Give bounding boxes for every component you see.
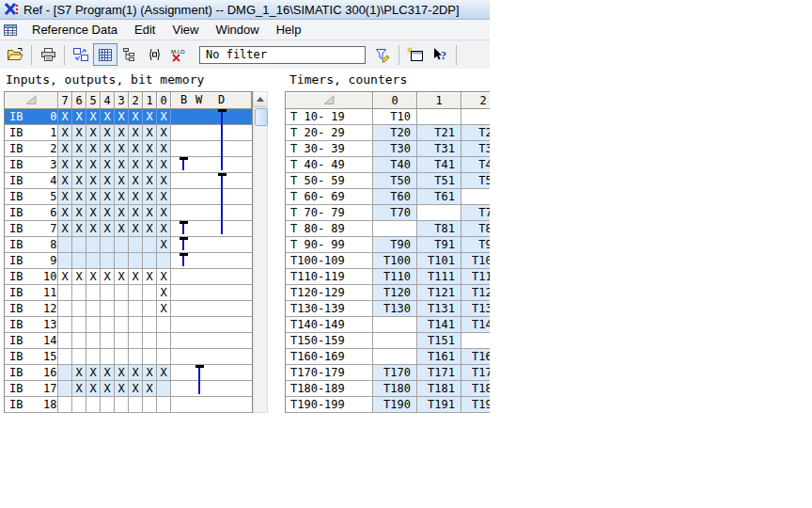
table-row[interactable]: T170-179T170T171T172 (286, 365, 490, 381)
table-row[interactable]: T160-169T161T162 (286, 349, 490, 365)
bit-column-header[interactable]: 1 (143, 92, 157, 109)
sort-column-header[interactable] (286, 92, 373, 109)
program-structure-button[interactable] (117, 43, 142, 66)
table-row[interactable]: T 70- 79T70T72 (286, 205, 490, 221)
timer-cell: T72 (461, 205, 490, 220)
bit-cell (157, 317, 171, 332)
bit-column-header[interactable]: 3 (115, 92, 129, 109)
bit-column-header[interactable]: 0 (157, 92, 171, 109)
open-button[interactable] (3, 43, 27, 66)
table-row[interactable]: IB 10XXXXXXXX (5, 269, 252, 285)
menu-edit[interactable]: Edit (126, 21, 164, 39)
table-row[interactable]: T190-199T190T191T192 (286, 397, 490, 413)
filter-combobox[interactable]: No filter (199, 46, 366, 64)
assignment-view-button[interactable] (93, 43, 117, 66)
bit-cell: X (72, 109, 86, 124)
table-row[interactable]: IB 3XXXXXXXX (5, 157, 252, 173)
table-row[interactable]: T 50- 59T50T51T52 (286, 173, 490, 189)
bit-cell: X (129, 269, 143, 284)
title-bar[interactable]: Ref - [S7 Program(1) (Assignment) -- DMG… (0, 0, 490, 20)
toolbar-separator (64, 45, 65, 65)
mio-filter-button[interactable]: M.I.O (166, 43, 191, 66)
table-row[interactable]: T 40- 49T40T41T42 (286, 157, 490, 173)
table-row[interactable]: T 30- 39T30T31T32 (286, 141, 490, 157)
menu-help[interactable]: Help (268, 21, 310, 39)
table-row[interactable]: T130-139T130T131T132 (286, 301, 490, 317)
bit-cell (129, 317, 143, 332)
timer-range-label: T120-129 (286, 285, 373, 300)
table-row[interactable]: IB 17XXXXXX (5, 381, 252, 397)
table-row[interactable]: IB 6XXXXXXXX (5, 205, 252, 221)
bit-cell: X (58, 221, 72, 236)
byte-label: IB 1 (5, 125, 58, 140)
table-row[interactable]: IB 16XXXXXXX (5, 365, 252, 381)
bwd-column-header[interactable]: BWD (171, 92, 252, 109)
table-row[interactable]: IB 9 (5, 253, 252, 269)
table-row[interactable]: IB 4XXXXXXXX (5, 173, 252, 189)
timer-cell: T30 (373, 141, 417, 156)
scroll-up-button[interactable] (254, 92, 267, 107)
timer-column-header[interactable]: 2 (461, 92, 490, 109)
context-help-button[interactable]: ? (428, 43, 452, 66)
bit-cell: X (129, 221, 143, 236)
bit-cell: X (129, 173, 143, 188)
timer-cell: T51 (417, 173, 461, 188)
timer-range-label: T160-169 (286, 349, 373, 364)
table-row[interactable]: IB 13 (5, 317, 252, 333)
open-icon (7, 47, 24, 62)
bit-cell: X (86, 221, 101, 236)
new-window-button[interactable] (403, 43, 428, 66)
table-row[interactable]: IB 1XXXXXXXX (5, 125, 252, 141)
table-row[interactable]: IB 12X (5, 301, 252, 317)
bit-column-header[interactable]: 5 (86, 92, 101, 109)
bit-column-header[interactable]: 2 (129, 92, 143, 109)
table-row[interactable]: T150-159T151 (286, 333, 490, 349)
scrollbar-thumb[interactable] (255, 108, 268, 126)
bit-cell: X (58, 109, 72, 124)
timer-range-label: T190-199 (286, 397, 373, 412)
sort-column-header[interactable] (5, 92, 58, 109)
bit-column-header[interactable]: 7 (58, 92, 72, 109)
table-row[interactable]: IB 8X (5, 237, 252, 253)
bit-cell: X (115, 157, 129, 172)
table-row[interactable]: IB 14 (5, 333, 252, 349)
bit-cell (143, 301, 157, 316)
timer-cell: T112 (461, 269, 490, 284)
bit-column-header[interactable]: 6 (72, 92, 86, 109)
table-row[interactable]: T110-119T110T111T112 (286, 269, 490, 285)
table-row[interactable]: T 20- 29T20T21T22 (286, 125, 490, 141)
table-row[interactable]: IB 2XXXXXXXX (5, 141, 252, 157)
filter-edit-button[interactable] (370, 43, 395, 66)
menu-window[interactable]: Window (207, 21, 267, 39)
table-row[interactable]: IB 7XXXXXXXX (5, 221, 252, 237)
table-row[interactable]: T 10- 19T10 (286, 109, 490, 125)
table-row[interactable]: IB 5XXXXXXXX (5, 189, 252, 205)
bit-cell (58, 285, 72, 300)
bit-cell: X (86, 381, 101, 396)
address-location-button[interactable] (142, 43, 166, 66)
bit-cell: X (157, 205, 171, 220)
table-row[interactable]: IB 0XXXXXXXX (5, 109, 252, 125)
timer-column-header[interactable]: 1 (417, 92, 461, 109)
bit-cell (58, 397, 72, 412)
child-window-icon[interactable] (3, 23, 18, 38)
timer-column-header[interactable]: 0 (373, 92, 417, 109)
print-button[interactable] (36, 43, 60, 66)
menu-reference-data[interactable]: Reference Data (23, 21, 126, 39)
table-row[interactable]: T100-109T100T101T102 (286, 253, 490, 269)
timer-range-label: T170-179 (286, 365, 373, 380)
table-row[interactable]: T 60- 69T60T61 (286, 189, 490, 205)
table-row[interactable]: T 80- 89T81T82 (286, 221, 490, 237)
table-row[interactable]: IB 18 (5, 397, 252, 413)
goto-source-button[interactable] (69, 43, 93, 66)
vertical-scrollbar[interactable] (253, 91, 268, 413)
table-row[interactable]: T120-129T120T121T122 (286, 285, 490, 301)
table-row[interactable]: T 90- 99T90T91T92 (286, 237, 490, 253)
table-row[interactable]: T140-149T141T142 (286, 317, 490, 333)
timer-cell: T92 (461, 237, 490, 252)
table-row[interactable]: T180-189T180T181T182 (286, 381, 490, 397)
menu-view[interactable]: View (164, 21, 207, 39)
bit-column-header[interactable]: 4 (101, 92, 115, 109)
table-row[interactable]: IB 15 (5, 349, 252, 365)
table-row[interactable]: IB 11X (5, 285, 252, 301)
